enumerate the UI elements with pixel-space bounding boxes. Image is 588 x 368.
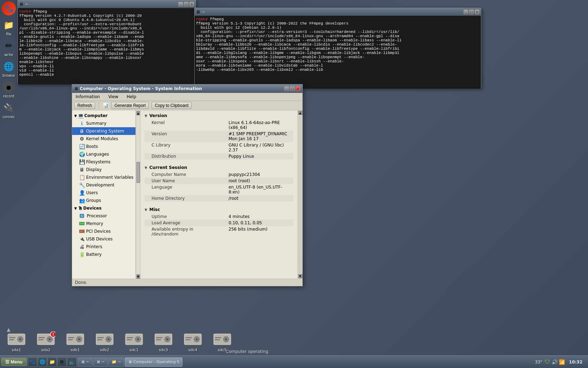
refresh-button[interactable]: Refresh xyxy=(74,102,95,109)
svg-point-62 xyxy=(225,338,227,340)
disk-svg-sdc4 xyxy=(183,332,202,347)
tray-volume-icon[interactable]: 🔊 xyxy=(552,359,558,365)
terminal2-close[interactable]: ✕ xyxy=(475,9,479,14)
terminal1-titlebar[interactable]: 🖥 ~ _ □ ✕ xyxy=(18,0,196,8)
menu-help[interactable]: Help xyxy=(125,94,138,100)
terminal2-maximize[interactable]: □ xyxy=(469,9,474,14)
sysinfo-toolbar: Refresh 📊 Generate Report Copy to Clipbo… xyxy=(72,101,302,110)
disk-svg-sdc3 xyxy=(154,332,173,347)
sysinfo-minimize[interactable]: _ xyxy=(284,86,289,91)
misc-section-header[interactable]: ▼ Misc xyxy=(145,206,293,213)
quicklaunch-icon-2[interactable]: 🌐 xyxy=(38,357,47,367)
tray-security-icon[interactable]: 🛡 xyxy=(545,359,550,365)
disk-icon-sdb2[interactable]: sdb2 xyxy=(95,332,114,352)
svg-point-18 xyxy=(19,338,21,340)
svg-rect-11 xyxy=(83,223,84,224)
terminal1-maximize[interactable]: □ xyxy=(184,2,189,7)
svg-rect-58 xyxy=(186,339,190,340)
tree-root-computer[interactable]: ▼ 💻 Computer xyxy=(72,112,135,120)
svg-rect-26 xyxy=(38,339,43,340)
tree-item-printers[interactable]: 🖨 Printers xyxy=(72,243,135,251)
table-row: Computer Name puppypc21304 xyxy=(145,171,293,178)
terminal1-minimize[interactable]: _ xyxy=(178,2,183,7)
svg-rect-63 xyxy=(215,337,221,338)
sysinfo-statusbar: Done. xyxy=(72,279,302,286)
disk-icon-sda2[interactable]: ! sda2 xyxy=(36,332,55,352)
tree-item-processor[interactable]: Processor xyxy=(72,212,135,220)
menu-information[interactable]: Information xyxy=(74,94,101,100)
system-clock[interactable]: 10:32 xyxy=(567,359,584,365)
terminal1-close[interactable]: ✕ xyxy=(189,2,194,7)
misc-table: Uptime 4 minutes Load Average 0.10, 0.11… xyxy=(145,213,293,237)
svg-rect-52 xyxy=(156,339,161,340)
tree-item-memory[interactable]: Memory xyxy=(72,220,135,227)
sidebar-browse-icon[interactable]: 🌐 browse xyxy=(0,59,18,79)
bottom-disk-icons: sda1 ! sda2 xyxy=(7,332,232,352)
tree-scrollbar[interactable]: ▲ ▼ xyxy=(136,110,140,279)
tree-item-summary[interactable]: ℹ️ Summary xyxy=(72,120,135,127)
disk-icon-sdc3[interactable]: sdc3 xyxy=(154,332,173,352)
disk-svg-sdb1 xyxy=(66,332,85,347)
terminal2-titlebar[interactable]: 🖥 ~ _ □ ✕ xyxy=(195,8,481,16)
tree-item-users[interactable]: 👤 Users xyxy=(72,189,135,197)
tree-item-env-variables[interactable]: 📋 Environment Variables xyxy=(72,173,135,181)
disk-icon-sdc5[interactable]: sdc5 xyxy=(213,332,232,352)
taskbar-item-1[interactable]: 🖥 ~ xyxy=(93,357,108,367)
tree-item-groups[interactable]: 👥 Groups xyxy=(72,197,135,204)
sysinfo-titlebar[interactable]: 🖥 Computer - Operating System - System I… xyxy=(72,84,302,93)
left-sidebar: 🐾 📁 file ✏️ write 🌐 browse ⏺ record 🔌 co… xyxy=(0,0,18,355)
toolbar-separator xyxy=(99,102,99,109)
copy-clipboard-button[interactable]: Copy to Clipboard xyxy=(152,102,191,109)
taskbar-item-2[interactable]: 📁 ~ xyxy=(108,357,124,367)
tray-temp[interactable]: 33° xyxy=(534,359,543,365)
sidebar-file-icon[interactable]: 📁 file xyxy=(0,18,18,38)
tree-section-devices[interactable]: ▼ 🖱 Devices xyxy=(72,204,135,212)
sidebar-connect-icon[interactable]: 🔌 connec xyxy=(0,100,18,120)
sysinfo-close[interactable]: ✕ xyxy=(295,86,300,91)
sidebar-write-icon[interactable]: ✏️ write xyxy=(0,38,18,58)
tree-item-languages[interactable]: 🌍 Languages xyxy=(72,150,135,158)
tree-item-boots[interactable]: 🔄 Boots xyxy=(72,143,135,150)
start-button[interactable]: ☰ Menu xyxy=(1,358,27,366)
svg-rect-64 xyxy=(215,339,220,340)
disk-icon-sdc1[interactable]: sdc1 xyxy=(125,332,144,352)
misc-section: ▼ Misc Uptime 4 minutes Load Average 0.1… xyxy=(140,204,298,240)
tree-item-filesystems[interactable]: 💾 Filesystems xyxy=(72,158,135,166)
taskbar-item-3[interactable]: 🖥 Computer - Operating S xyxy=(125,357,182,367)
disk-icon-sdc4[interactable]: sdc4 xyxy=(183,332,202,352)
puppy-logo-icon[interactable]: 🐾 xyxy=(2,1,16,15)
current-session-header[interactable]: ▼ Current Session xyxy=(145,164,293,171)
tray-network-icon[interactable]: 📶 xyxy=(559,359,565,365)
generate-report-button[interactable]: Generate Report xyxy=(111,102,149,109)
disk-svg-sdc1 xyxy=(125,332,144,347)
terminal2-minimize[interactable]: _ xyxy=(463,9,468,14)
quicklaunch-icon-5[interactable]: 📺 xyxy=(67,357,76,367)
tree-item-usb-devices[interactable]: 🔌 USB Devices xyxy=(72,235,135,243)
tree-item-development[interactable]: 🔧 Development xyxy=(72,181,135,189)
tree-item-display[interactable]: 🖥 Display xyxy=(72,166,135,173)
version-table: Kernel Linux 6.1.6-64oz-ao-PRE (x86_64) … xyxy=(145,120,293,159)
tree-panel: ▼ 💻 Computer ℹ️ Summary 🖥 Operating Syst… xyxy=(72,110,136,279)
quicklaunch-icon-1[interactable]: 🐾 xyxy=(28,357,37,367)
svg-point-50 xyxy=(166,338,168,340)
tree-item-operating-system[interactable]: 🖥 Operating System xyxy=(72,127,135,135)
quicklaunch-icon-4[interactable]: ⚙️ xyxy=(57,357,66,367)
terminal-window-2: 🖥 ~ _ □ ✕ root# ffmpeg ffmpeg version 5.… xyxy=(194,8,481,88)
tree-item-kernel-modules[interactable]: ⚙️ Kernel Modules xyxy=(72,135,135,143)
scroll-up-icon[interactable]: ▲up xyxy=(7,327,10,338)
processor-icon xyxy=(79,213,85,219)
tree-item-battery[interactable]: 🔋 Battery xyxy=(72,251,135,258)
disk-svg-sdc5 xyxy=(213,332,232,347)
table-row: Load Average 0.10, 0.11, 0.05 xyxy=(145,220,293,226)
version-section-header[interactable]: ▼ Version xyxy=(145,112,293,120)
sysinfo-maximize[interactable]: □ xyxy=(290,86,295,91)
quicklaunch-icon-3[interactable]: 📁 xyxy=(48,357,57,367)
sidebar-record-icon[interactable]: ⏺ record xyxy=(0,80,18,100)
taskbar-item-0[interactable]: 🖥 ~ xyxy=(78,357,92,367)
tree-item-pci-devices[interactable]: PCI Devices xyxy=(72,227,135,235)
sysinfo-dialog: 🖥 Computer - Operating System - System I… xyxy=(72,84,303,286)
disk-icon-sdb1[interactable]: sdb1 xyxy=(66,332,85,352)
content-scrollbar[interactable]: ▲ ▼ xyxy=(298,110,302,279)
menu-view[interactable]: View xyxy=(107,94,119,100)
svg-rect-34 xyxy=(68,339,73,340)
